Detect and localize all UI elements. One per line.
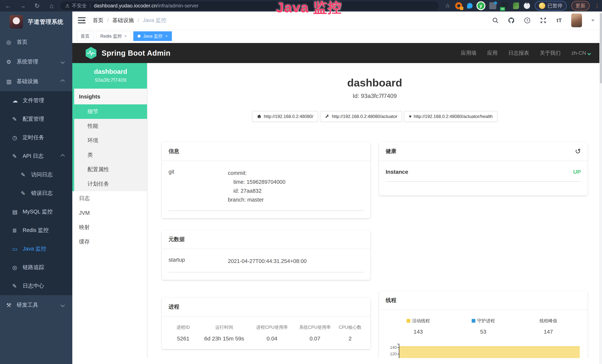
user-avatar[interactable]: [571, 13, 582, 27]
sba-item-metrics[interactable]: 性能: [74, 119, 147, 133]
home-icon: [257, 114, 262, 119]
sba-sidebar: dashboard 93a3fc7f7409 Insights 细节 性能 环境…: [72, 63, 147, 358]
search-icon[interactable]: [492, 17, 499, 24]
status-badge: UP: [573, 169, 581, 175]
sidebar-item-api-logs[interactable]: ✎API 日志: [0, 147, 72, 165]
address-bar[interactable]: ⚠ 不安全 dashboard.yudao.iocoder.cn/infra/a…: [60, 1, 439, 10]
security-warning-icon[interactable]: ⚠: [65, 3, 70, 9]
fullscreen-icon[interactable]: [539, 17, 547, 24]
divider: [169, 211, 364, 211]
endpoint-home-button[interactable]: http://192.168.0.2:48080/: [252, 111, 318, 122]
wrench-icon: [325, 114, 330, 119]
info-row-value: commit: time: 1596289704000 id: 27aa832 …: [228, 169, 364, 204]
update-label: 更新: [575, 2, 585, 9]
chrome-update-button[interactable]: 更新: [571, 1, 590, 11]
tab-label: Redis 监控: [100, 33, 122, 39]
sba-item-config-props[interactable]: 配置属性: [74, 162, 147, 177]
sba-section-insights[interactable]: Insights: [74, 89, 147, 104]
close-icon[interactable]: ×: [124, 34, 127, 39]
extension-icon-y[interactable]: [477, 2, 484, 9]
sidebar-item-dev-tools[interactable]: ⚒研发工具: [0, 295, 72, 315]
database-icon: ▤: [12, 209, 23, 215]
sba-locale-select[interactable]: zh-CN: [571, 50, 591, 56]
avatar-caret-icon[interactable]: [591, 20, 595, 21]
sba-nav-applications[interactable]: 应用: [487, 50, 498, 57]
extensions-puzzle-icon[interactable]: [524, 3, 530, 9]
github-icon[interactable]: [507, 17, 515, 24]
sidebar-item-tracing[interactable]: ◎链路追踪: [0, 258, 72, 277]
endpoint-url: http://192.168.0.2:48080/: [264, 114, 313, 119]
history-icon[interactable]: ↺: [575, 148, 581, 155]
brand-block[interactable]: 芋道管理系统: [0, 11, 72, 32]
process-header-process-cpu: 进程CPU使用率: [250, 324, 293, 330]
sba-item-mappings[interactable]: 映射: [72, 220, 147, 235]
bookmark-star-icon[interactable]: ☆: [445, 2, 450, 9]
sba-item-caches[interactable]: 缓存: [72, 235, 147, 249]
sba-item-jvm[interactable]: JVM: [72, 206, 147, 220]
process-value-uptime: 6d 23h 15m 59s: [198, 335, 250, 342]
breadcrumb-separator: /: [138, 17, 139, 23]
breadcrumb-separator: /: [107, 17, 109, 23]
sidebar-item-scheduled-tasks[interactable]: ◷定时任务: [0, 128, 72, 147]
sidebar-item-file-management[interactable]: ☁文件管理: [0, 91, 72, 110]
reload-icon[interactable]: ↻: [33, 2, 41, 10]
tab-redis-monitor[interactable]: Redis 监控×: [96, 31, 131, 41]
home-icon[interactable]: ⌂: [48, 2, 55, 10]
sba-item-details[interactable]: 细节: [74, 104, 147, 119]
process-value-process-cpu: 0.04: [250, 335, 293, 342]
sidebar-item-infrastructure[interactable]: ▥基础设施: [0, 72, 72, 91]
dashboard-icon: ◎: [6, 39, 17, 45]
sidebar-item-mysql-monitor[interactable]: ▤MySQL 监控: [0, 203, 72, 221]
breadcrumb-home[interactable]: 首页: [93, 17, 103, 24]
sidebar-item-home[interactable]: ◎首页: [0, 32, 72, 52]
scrollbar[interactable]: [599, 11, 602, 364]
sidebar-item-error-logs[interactable]: ✎错误日志: [0, 184, 72, 203]
sba-item-logs[interactable]: 日志: [72, 191, 147, 206]
tab-home[interactable]: 首页: [76, 31, 94, 41]
page-title: dashboard: [162, 76, 588, 89]
sba-nav-wallboard[interactable]: 应用墙: [461, 50, 476, 57]
sidebar-item-log-center[interactable]: ✎日志中心: [0, 277, 72, 295]
sba-nav-journal[interactable]: 日志报表: [508, 50, 529, 57]
sidebar-item-java-monitor[interactable]: ▭Java 监控: [0, 240, 72, 258]
sba-brand-title[interactable]: Spring Boot Admin: [102, 49, 170, 57]
endpoint-url: http://192.168.0.2:48080/actuator: [332, 114, 398, 119]
extension-icon-orange[interactable]: [455, 2, 462, 9]
profile-paused-badge[interactable]: 已暂停: [535, 1, 567, 11]
sidebar-item-redis-monitor[interactable]: ≣Redis 监控: [0, 221, 72, 240]
security-label[interactable]: 不安全: [72, 2, 87, 9]
sba-item-environment[interactable]: 环境: [74, 133, 147, 148]
breadcrumb-infrastructure[interactable]: 基础设施: [112, 17, 134, 24]
sba-item-classes[interactable]: 类: [74, 148, 147, 162]
divider: [90, 3, 90, 8]
legend-value: 147: [544, 329, 553, 335]
back-icon[interactable]: ←: [4, 2, 12, 10]
collapse-sidebar-icon[interactable]: [78, 17, 86, 23]
extension-icon-grid[interactable]: [489, 2, 496, 9]
extension-icon-on-switch[interactable]: [501, 2, 508, 9]
sidebar-item-system[interactable]: ⚙系统管理: [0, 52, 72, 72]
close-icon[interactable]: ×: [165, 34, 168, 39]
sba-nav-about[interactable]: 关于我们: [540, 50, 561, 57]
chevron-down-icon: [587, 52, 591, 55]
instance-header[interactable]: dashboard 93a3fc7f7409: [72, 63, 147, 89]
endpoint-actuator-button[interactable]: http://192.168.0.2:48080/actuator: [320, 111, 402, 122]
health-instance-row[interactable]: Instance UP: [386, 169, 581, 175]
scrollbar-thumb[interactable]: [600, 13, 602, 84]
sidebar-item-label: 链路追踪: [23, 264, 44, 271]
extension-icon-leaf[interactable]: [513, 2, 519, 9]
edit-icon: ✎: [12, 116, 23, 122]
help-icon[interactable]: ?: [523, 17, 531, 24]
legend-daemon-threads: 守护进程 53: [451, 318, 516, 335]
metadata-row-label: startup: [169, 257, 228, 266]
sidebar-item-access-logs[interactable]: ✎访问日志: [0, 165, 72, 184]
extension-icon-pin[interactable]: [467, 3, 473, 9]
admin-sidebar: 芋道管理系统 ◎首页 ⚙系统管理 ▥基础设施 ☁文件管理 ✎配置管理 ◷定时任务…: [0, 11, 72, 364]
forward-icon[interactable]: →: [19, 2, 26, 10]
browser-menu-kebab-icon[interactable]: ⋮: [594, 5, 597, 7]
sidebar-item-config-management[interactable]: ✎配置管理: [0, 110, 72, 128]
sba-item-scheduled-tasks[interactable]: 计划任务: [74, 177, 147, 191]
endpoint-health-button[interactable]: ♥ http://192.168.0.2:48080/actuator/heal…: [404, 111, 497, 122]
tab-java-monitor[interactable]: Java 监控×: [133, 31, 172, 41]
font-size-icon[interactable]: tT: [555, 17, 563, 24]
